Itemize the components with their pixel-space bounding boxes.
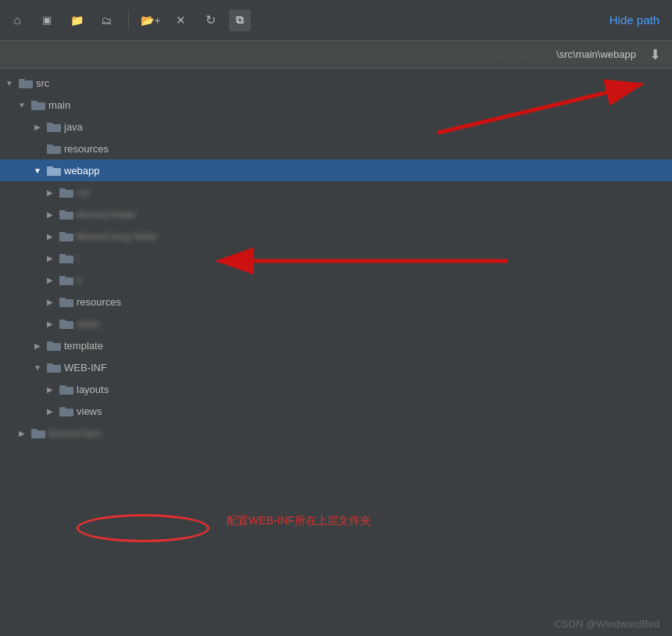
- tree-item-b4[interactable]: ii: [0, 269, 672, 291]
- svg-rect-27: [47, 363, 53, 366]
- tree-item-rsc[interactable]: rsc: [0, 181, 672, 203]
- arrow-b2[interactable]: [44, 230, 56, 242]
- folder-icon-layouts: [59, 384, 73, 395]
- folder-icon-rsc: [59, 187, 73, 198]
- svg-rect-9: [47, 166, 53, 170]
- toolbar: ⌂ ▣ 📁 🗂 📂+ ✕ ↻ ⧉ Hide path: [0, 0, 672, 41]
- label-webinf: WEB-INF: [64, 362, 666, 373]
- folder-icon-webinf: [47, 362, 61, 373]
- arrow-views[interactable]: [44, 405, 56, 417]
- svg-rect-19: [59, 276, 66, 279]
- folder-icon-webapp: [47, 165, 61, 176]
- svg-rect-7: [47, 145, 53, 148]
- tree-item-webinf[interactable]: WEB-INF: [0, 356, 672, 378]
- folder-icon-b2: [59, 230, 73, 241]
- label-rsc: rsc: [77, 187, 666, 198]
- folder-open-icon[interactable]: 📁: [66, 9, 88, 31]
- svg-rect-13: [59, 210, 66, 213]
- arrow-rsc[interactable]: [44, 186, 56, 198]
- svg-rect-33: [31, 429, 38, 432]
- separator: [128, 11, 129, 30]
- close-icon[interactable]: ✕: [170, 9, 191, 31]
- file-tree: src main java: [0, 69, 672, 636]
- svg-rect-1: [19, 79, 25, 82]
- label-template: template: [64, 340, 666, 352]
- watermark: CSDN @WindwardBird: [554, 618, 659, 630]
- hide-path-button[interactable]: Hide path: [603, 10, 666, 30]
- svg-rect-5: [47, 123, 53, 126]
- folder-icon-b1: [59, 209, 73, 220]
- label-bottom: blurred item: [48, 427, 666, 439]
- svg-rect-11: [59, 188, 66, 191]
- arrow-java[interactable]: [31, 120, 44, 133]
- tree-item-b2[interactable]: blurred long folder: [0, 225, 672, 247]
- folder-icon-resources-sub: [59, 296, 73, 307]
- arrow-static[interactable]: [44, 317, 56, 330]
- arrow-webapp[interactable]: [31, 164, 44, 177]
- folder-icon-template: [47, 340, 61, 351]
- toolbar-icons: ⌂ ▣ 📁 🗂 📂+ ✕ ↻ ⧉: [6, 9, 603, 31]
- svg-rect-31: [59, 407, 66, 410]
- svg-rect-3: [31, 101, 38, 104]
- arrow-b3[interactable]: [44, 252, 56, 264]
- copy-icon[interactable]: ⧉: [229, 9, 251, 31]
- folder-icon-java: [47, 121, 61, 132]
- tree-item-template[interactable]: template: [0, 334, 672, 356]
- tree-item-views[interactable]: views: [0, 400, 672, 422]
- tree-item-static[interactable]: static: [0, 313, 672, 334]
- path-text: ... ... ... ... ...\src\main\webapp: [6, 48, 641, 60]
- folder-icon-src: [19, 77, 33, 88]
- label-views: views: [77, 406, 666, 417]
- arrow-b1[interactable]: [44, 208, 56, 220]
- folder-icon-b4: [59, 274, 73, 285]
- arrow-src[interactable]: [3, 77, 16, 89]
- label-layouts: layouts: [77, 384, 666, 395]
- label-src: src: [36, 77, 666, 89]
- label-b1: blurred folder: [77, 209, 666, 220]
- folder-nav-icon[interactable]: 🗂: [95, 9, 117, 31]
- tree-item-layouts[interactable]: layouts: [0, 378, 672, 400]
- folder-icon-main: [31, 99, 45, 110]
- svg-rect-17: [59, 254, 66, 257]
- svg-rect-15: [59, 232, 66, 235]
- add-folder-icon[interactable]: 📂+: [140, 9, 162, 31]
- path-bar: ... ... ... ... ...\src\main\webapp ⬇: [0, 41, 672, 69]
- label-static: static: [77, 318, 666, 330]
- download-path-button[interactable]: ⬇: [644, 44, 666, 66]
- path-value: \src\main\webapp: [556, 48, 636, 60]
- tree-item-main[interactable]: main: [0, 94, 672, 116]
- label-b2: blurred long folder: [77, 230, 666, 242]
- label-resources-top: resources: [64, 143, 666, 155]
- arrow-b4[interactable]: [44, 273, 56, 286]
- arrow-webinf[interactable]: [31, 361, 44, 373]
- label-resources-sub: resources: [77, 296, 666, 308]
- tree-item-b1[interactable]: blurred folder: [0, 203, 672, 225]
- home-icon[interactable]: ⌂: [6, 9, 28, 31]
- svg-rect-23: [59, 320, 66, 323]
- arrow-resources-sub[interactable]: [44, 295, 56, 308]
- arrow-main[interactable]: [16, 98, 28, 111]
- label-b4: ii: [77, 274, 666, 286]
- monitor-icon[interactable]: ▣: [36, 9, 58, 31]
- tree-item-java[interactable]: java: [0, 116, 672, 138]
- folder-icon-static: [59, 318, 73, 329]
- tree-item-resources-top[interactable]: resources: [0, 138, 672, 159]
- tree-item-src[interactable]: src: [0, 72, 672, 94]
- refresh-icon[interactable]: ↻: [199, 9, 221, 31]
- arrow-template[interactable]: [31, 339, 44, 352]
- tree-item-resources-sub[interactable]: resources: [0, 291, 672, 313]
- svg-rect-25: [47, 341, 53, 345]
- folder-icon-resources-top: [47, 143, 61, 154]
- label-webapp: webapp: [64, 165, 666, 177]
- tree-item-b3[interactable]: i: [0, 247, 672, 269]
- arrow-layouts[interactable]: [44, 383, 56, 395]
- label-main: main: [48, 99, 666, 111]
- tree-item-bottom[interactable]: blurred item: [0, 422, 672, 444]
- svg-rect-21: [59, 298, 66, 301]
- label-b3: i: [77, 252, 666, 264]
- svg-rect-29: [59, 385, 66, 388]
- label-java: java: [64, 121, 666, 133]
- folder-icon-b3: [59, 252, 73, 263]
- arrow-bottom[interactable]: [16, 427, 28, 439]
- tree-item-webapp[interactable]: webapp: [0, 159, 672, 181]
